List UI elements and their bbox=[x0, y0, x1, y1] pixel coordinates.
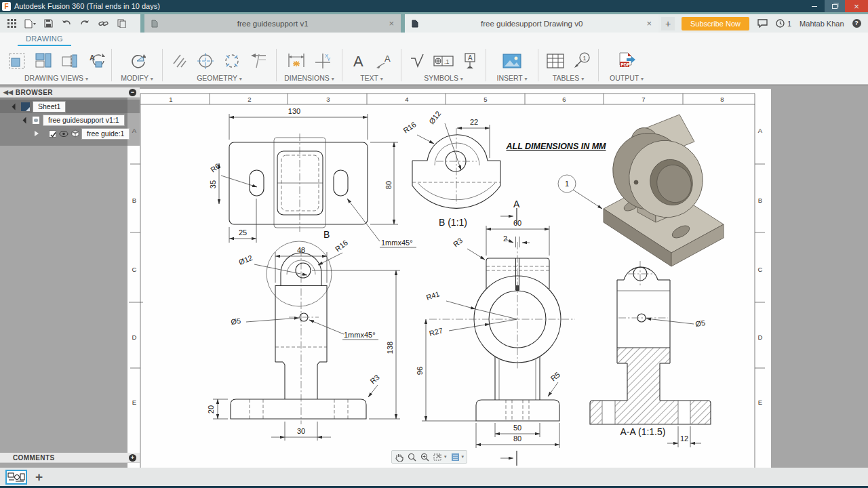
edge-extension-icon[interactable] bbox=[250, 53, 267, 69]
new-document-button[interactable]: + bbox=[35, 470, 43, 484]
panel-plus-icon[interactable]: + bbox=[129, 454, 136, 462]
dim-80-side[interactable]: 80 bbox=[513, 434, 521, 443]
minimize-button[interactable] bbox=[804, 0, 825, 12]
group-label-insert[interactable]: INSERT ▾ bbox=[496, 74, 527, 83]
comments-header[interactable]: COMMENTS + bbox=[0, 453, 140, 463]
section-view-icon[interactable] bbox=[61, 52, 79, 70]
zoom-window-icon[interactable] bbox=[420, 453, 429, 462]
base-view-icon[interactable] bbox=[8, 52, 26, 70]
share-link-icon[interactable] bbox=[95, 16, 111, 31]
dim-chamfer-top[interactable]: 1mmx45° bbox=[381, 239, 413, 247]
dim-20[interactable]: 20 bbox=[207, 405, 215, 413]
group-label-geometry[interactable]: GEOMETRY ▾ bbox=[197, 74, 242, 83]
output-pdf-icon[interactable]: PDF bbox=[617, 52, 636, 70]
redo-icon[interactable] bbox=[77, 16, 93, 31]
dim-35[interactable]: 35 bbox=[209, 180, 217, 188]
ordinate-dimension-icon[interactable]: XY bbox=[314, 52, 332, 70]
dim-22[interactable]: 22 bbox=[470, 118, 478, 126]
leader-text-icon[interactable]: A bbox=[375, 54, 393, 68]
save-icon[interactable] bbox=[40, 16, 56, 31]
drawing-canvas[interactable]: 1 2 3 4 5 6 7 8 A B C D E A B C D E bbox=[0, 85, 868, 468]
tab-close-icon[interactable]: × bbox=[642, 18, 652, 28]
datum-identifier-icon[interactable]: A bbox=[462, 52, 477, 70]
close-button[interactable]: × bbox=[845, 0, 868, 12]
group-label-text[interactable]: TEXT ▾ bbox=[360, 74, 383, 83]
comment-bubble-icon[interactable] bbox=[757, 19, 768, 28]
file-menu-icon[interactable] bbox=[22, 16, 38, 31]
balloon-icon[interactable]: 1 bbox=[573, 52, 591, 70]
expand-arrow-icon[interactable] bbox=[12, 103, 19, 110]
panel-minus-icon[interactable]: − bbox=[129, 89, 136, 96]
browser-header[interactable]: ◀◀ BROWSER − bbox=[0, 87, 140, 98]
center-mark-icon[interactable] bbox=[197, 52, 214, 70]
user-name[interactable]: Mahtab Khan bbox=[800, 20, 844, 28]
new-tab-button[interactable]: + bbox=[661, 17, 675, 30]
dimension-icon[interactable] bbox=[288, 52, 305, 70]
text-icon[interactable]: A bbox=[351, 53, 366, 69]
dim-12[interactable]: 12 bbox=[680, 434, 688, 443]
dim-dia5-front[interactable]: Ø5 bbox=[231, 317, 241, 326]
display-settings-icon[interactable]: ▾ bbox=[451, 453, 465, 462]
tab-free-guidesupport-drawing-v0[interactable]: free guidesupport Drawing v0 × bbox=[405, 14, 658, 33]
dim-dia5-section[interactable]: Ø5 bbox=[695, 319, 706, 328]
sketch-lines-icon[interactable] bbox=[172, 53, 188, 69]
app-launcher-icon[interactable] bbox=[3, 16, 20, 31]
dim-chamfer-front[interactable]: 1mmx45° bbox=[344, 331, 376, 339]
maximize-button[interactable] bbox=[825, 0, 845, 12]
sheet-icon bbox=[21, 102, 30, 111]
browser-item-free-guide[interactable]: free guide:1 bbox=[0, 127, 140, 140]
tab-free-guidesupport-v1[interactable]: free guidesupport v1 × bbox=[144, 14, 401, 33]
collapse-panel-icon[interactable]: ◀◀ bbox=[3, 89, 13, 96]
document-thumbnail[interactable] bbox=[5, 470, 27, 485]
group-label-drawing-views[interactable]: DRAWING VIEWS ▾ bbox=[24, 74, 88, 83]
dim-96[interactable]: 96 bbox=[416, 367, 424, 375]
detail-marker-b[interactable]: B bbox=[323, 229, 330, 240]
insert-image-icon[interactable] bbox=[502, 53, 521, 69]
notification-clock-icon[interactable]: 1 bbox=[776, 19, 791, 28]
zone-letter: E bbox=[132, 399, 136, 406]
group-label-dimensions[interactable]: DIMENSIONS ▾ bbox=[284, 74, 334, 83]
visibility-checkbox[interactable] bbox=[49, 130, 56, 138]
feature-control-frame-icon[interactable]: .1 bbox=[433, 54, 454, 68]
zone-number: 1 bbox=[169, 96, 172, 103]
projected-view-icon[interactable] bbox=[35, 52, 52, 70]
centerline-circle-icon[interactable] bbox=[223, 52, 241, 70]
help-icon[interactable]: ? bbox=[852, 19, 861, 28]
dimensions-note[interactable]: ALL DIMENSIONS IN MM bbox=[506, 142, 607, 151]
undo-icon[interactable] bbox=[58, 16, 75, 31]
detail-b-label[interactable]: B (1:1) bbox=[439, 217, 467, 228]
dim-48[interactable]: 48 bbox=[297, 246, 305, 254]
zoom-icon[interactable] bbox=[408, 453, 416, 462]
expand-arrow-icon[interactable] bbox=[23, 117, 30, 123]
pan-icon[interactable] bbox=[395, 453, 403, 462]
section-aa-label[interactable]: A-A (1:1.5) bbox=[620, 426, 666, 437]
dim-2[interactable]: 2 bbox=[503, 235, 507, 243]
dim-25[interactable]: 25 bbox=[239, 228, 247, 237]
workspace-label[interactable]: DRAWING bbox=[18, 35, 71, 46]
group-label-modify[interactable]: MODIFY ▾ bbox=[121, 74, 153, 83]
group-label-symbols[interactable]: SYMBOLS ▾ bbox=[424, 74, 463, 83]
browser-item-sheet1[interactable]: Sheet1 bbox=[0, 100, 140, 113]
dim-60[interactable]: 60 bbox=[513, 219, 521, 227]
dim-138[interactable]: 138 bbox=[386, 342, 394, 354]
group-label-tables[interactable]: TABLES ▾ bbox=[553, 74, 584, 83]
browser-item-label: free guide:1 bbox=[82, 129, 129, 139]
dim-50[interactable]: 50 bbox=[513, 424, 521, 432]
section-marker-a-top[interactable]: A bbox=[513, 199, 520, 209]
detail-view-icon[interactable]: A bbox=[87, 52, 105, 70]
clipboard-icon[interactable] bbox=[113, 16, 130, 31]
collapsed-arrow-icon[interactable] bbox=[35, 131, 43, 136]
dim-80[interactable]: 80 bbox=[384, 181, 393, 189]
look-at-icon[interactable]: ▾ bbox=[433, 453, 447, 462]
surface-texture-icon[interactable] bbox=[410, 53, 425, 69]
subscribe-button[interactable]: Subscribe Now bbox=[682, 17, 749, 30]
table-icon[interactable] bbox=[547, 54, 564, 68]
tab-close-icon[interactable]: × bbox=[384, 18, 394, 28]
eye-icon[interactable] bbox=[59, 131, 68, 137]
dim-130[interactable]: 130 bbox=[288, 107, 300, 115]
group-label-output[interactable]: OUTPUT ▾ bbox=[610, 74, 644, 83]
rotate-icon[interactable] bbox=[128, 52, 146, 70]
dim-30[interactable]: 30 bbox=[297, 427, 305, 435]
browser-item-guidesupport[interactable]: free guidesupport v1:1 bbox=[0, 113, 140, 127]
group-insert: INSERT ▾ bbox=[488, 47, 536, 83]
